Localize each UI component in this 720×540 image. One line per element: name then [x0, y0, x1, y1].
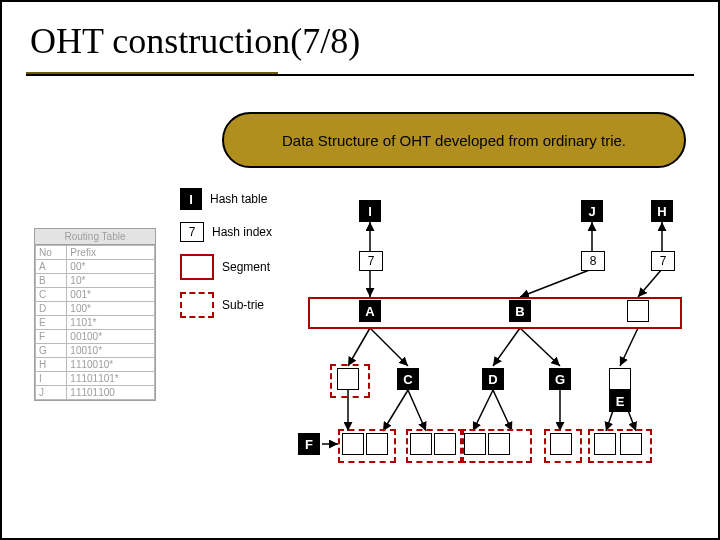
page-title: OHT construction(7/8) — [30, 20, 360, 62]
node-g: G — [549, 368, 571, 390]
slide: OHT construction(7/8) Data Structure of … — [0, 0, 720, 540]
leaf-c1 — [410, 433, 432, 455]
divider-line — [26, 74, 694, 76]
leaf-f2 — [366, 433, 388, 455]
segment-label: Segment — [222, 260, 270, 274]
leaf-c2 — [434, 433, 456, 455]
oht-diagram: I J H 7 8 7 A B C D G E F — [308, 194, 696, 464]
idx-node-7b: 7 — [651, 251, 675, 271]
svg-line-9 — [520, 328, 560, 366]
hash-table-label: Hash table — [210, 192, 267, 206]
leaf-d1 — [464, 433, 486, 455]
caption-text: Data Structure of OHT developed from ord… — [282, 132, 626, 149]
svg-line-8 — [493, 328, 520, 366]
node-above-e — [609, 368, 631, 390]
svg-line-12 — [408, 390, 426, 431]
idx-node-8: 8 — [581, 251, 605, 271]
leaf-d2 — [488, 433, 510, 455]
hash-node-j: J — [581, 200, 603, 222]
caption-box: Data Structure of OHT developed from ord… — [222, 112, 686, 168]
sub-trie-label: Sub-trie — [222, 298, 264, 312]
sub-trie-symbol — [180, 292, 214, 318]
leaf-e1 — [594, 433, 616, 455]
routing-table: Routing Table No Prefix A00* B10* C001* … — [34, 228, 156, 401]
hash-node-i: I — [359, 200, 381, 222]
routing-header-prefix: Prefix — [67, 246, 155, 260]
node-b: B — [509, 300, 531, 322]
svg-line-11 — [383, 390, 408, 431]
routing-header-no: No — [36, 246, 67, 260]
leaf-f1 — [342, 433, 364, 455]
idx-node-7a: 7 — [359, 251, 383, 271]
leaf-e2 — [620, 433, 642, 455]
svg-line-14 — [493, 390, 512, 431]
node-e: E — [609, 390, 631, 412]
hash-node-h: H — [651, 200, 673, 222]
hash-index-symbol: 7 — [180, 222, 204, 242]
svg-line-6 — [348, 328, 370, 366]
routing-table-title: Routing Table — [35, 229, 155, 245]
svg-line-10 — [620, 328, 638, 366]
segment-symbol — [180, 254, 214, 280]
diagram-lines — [308, 194, 696, 464]
node-a: A — [359, 300, 381, 322]
leaf-g — [550, 433, 572, 455]
svg-line-4 — [520, 269, 592, 297]
hash-table-symbol: I — [180, 188, 202, 210]
leaf-a-left — [337, 368, 359, 390]
routing-table-grid: No Prefix A00* B10* C001* D100* E1101* F… — [35, 245, 155, 400]
hash-index-label: Hash index — [212, 225, 272, 239]
node-d: D — [482, 368, 504, 390]
node-empty-top — [627, 300, 649, 322]
svg-line-7 — [370, 328, 408, 366]
svg-line-13 — [473, 390, 493, 431]
node-c: C — [397, 368, 419, 390]
node-f: F — [298, 433, 320, 455]
svg-line-5 — [638, 269, 662, 297]
